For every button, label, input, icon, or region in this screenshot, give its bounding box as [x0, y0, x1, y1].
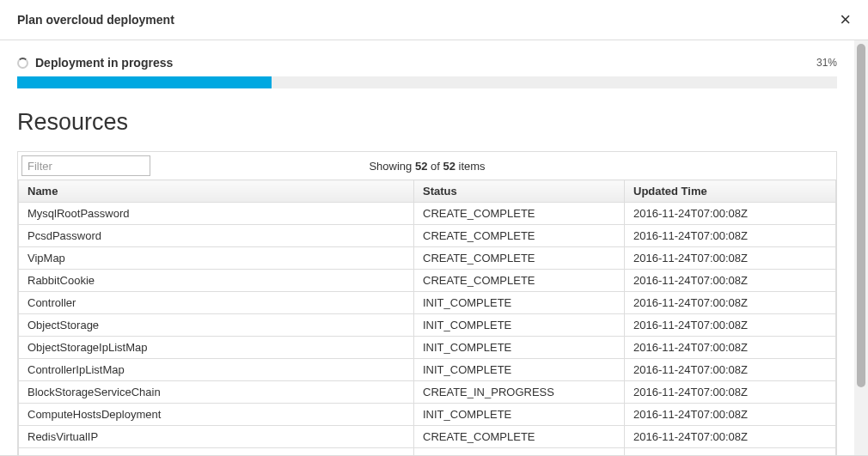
cell-status: INIT_COMPLETE [414, 404, 625, 426]
filter-row: Showing 52 of 52 items [18, 152, 836, 179]
cell-updated: 2016-11-24T07:00:08Z [625, 292, 836, 314]
deployment-percent: 31% [816, 57, 837, 69]
table-row: BlockStorageServiceChainCREATE_IN_PROGRE… [19, 381, 836, 404]
modal-body-wrap: Deployment in progress 31% Resources Sho… [0, 40, 868, 455]
count-of: of [427, 160, 443, 173]
cell-updated: 2016-11-24T07:00:08Z [625, 404, 836, 426]
cell-status: CREATE_COMPLETE [414, 448, 625, 456]
cell-updated: 2016-11-24T07:00:08Z [625, 270, 836, 292]
cell-name: RedisVirtualIP [19, 426, 414, 448]
progress-track [17, 76, 837, 88]
cell-status: CREATE_IN_PROGRESS [414, 381, 625, 404]
table-row: ComputeHostsDeploymentINIT_COMPLETE2016-… [19, 404, 836, 426]
table-row: ObjectStorageIpListMapINIT_COMPLETE2016-… [19, 337, 836, 359]
table-header-row: Name Status Updated Time [19, 180, 836, 203]
cell-status: CREATE_COMPLETE [414, 270, 625, 292]
cell-status: INIT_COMPLETE [414, 292, 625, 314]
deployment-status-left: Deployment in progress [17, 56, 173, 70]
cell-name: MysqlRootPassword [19, 203, 414, 225]
cell-status: CREATE_COMPLETE [414, 247, 625, 270]
table-row: RedisVirtualIPCREATE_COMPLETE2016-11-24T… [19, 426, 836, 448]
cell-name: BlockStorageServiceChain [19, 381, 414, 404]
cell-status: CREATE_COMPLETE [414, 426, 625, 448]
cell-status: CREATE_COMPLETE [414, 203, 625, 225]
cell-updated: 2016-11-24T07:00:08Z [625, 337, 836, 359]
resources-table: Name Status Updated Time MysqlRootPasswo… [18, 179, 836, 455]
cell-status: INIT_COMPLETE [414, 359, 625, 381]
cell-updated: 2016-11-24T07:00:08Z [625, 381, 836, 404]
modal-header: Plan overcloud deployment × [0, 0, 868, 40]
cell-updated: 2016-11-24T07:00:08Z [625, 448, 836, 456]
modal-title: Plan overcloud deployment [17, 13, 174, 27]
cell-updated: 2016-11-24T07:00:08Z [625, 426, 836, 448]
cell-status: INIT_COMPLETE [414, 337, 625, 359]
col-header-name[interactable]: Name [19, 180, 414, 203]
close-icon[interactable]: × [840, 10, 851, 29]
cell-name: RabbitCookie [19, 270, 414, 292]
table-row: VipMapCREATE_COMPLETE2016-11-24T07:00:08… [19, 247, 836, 270]
cell-status: CREATE_COMPLETE [414, 225, 625, 247]
cell-name: PcsdPassword [19, 225, 414, 247]
table-row: PcsdPasswordCREATE_COMPLETE2016-11-24T07… [19, 225, 836, 247]
result-count: Showing 52 of 52 items [369, 160, 485, 173]
cell-status: INIT_COMPLETE [414, 314, 625, 337]
col-header-status[interactable]: Status [414, 180, 625, 203]
progress-bar [17, 76, 272, 88]
count-prefix: Showing [369, 160, 414, 173]
cell-updated: 2016-11-24T07:00:08Z [625, 359, 836, 381]
table-row: StorageVirtualIPCREATE_COMPLETE2016-11-2… [19, 448, 836, 456]
col-header-updated[interactable]: Updated Time [625, 180, 836, 203]
cell-updated: 2016-11-24T07:00:08Z [625, 225, 836, 247]
cell-updated: 2016-11-24T07:00:08Z [625, 247, 836, 270]
scrollbar-track[interactable] [854, 40, 868, 455]
cell-name: VipMap [19, 247, 414, 270]
table-row: ControllerIpListMapINIT_COMPLETE2016-11-… [19, 359, 836, 381]
scrollbar-thumb[interactable] [857, 44, 865, 387]
cell-name: ComputeHostsDeployment [19, 404, 414, 426]
deployment-modal: Plan overcloud deployment × Deployment i… [0, 0, 868, 456]
count-suffix: items [455, 160, 486, 173]
spinner-icon [17, 58, 28, 69]
cell-updated: 2016-11-24T07:00:08Z [625, 314, 836, 337]
count-total: 52 [443, 160, 455, 173]
filter-input[interactable] [21, 155, 150, 176]
deployment-status-row: Deployment in progress 31% [17, 56, 837, 70]
deployment-status-text: Deployment in progress [35, 56, 173, 70]
table-row: MysqlRootPasswordCREATE_COMPLETE2016-11-… [19, 203, 836, 225]
modal-body: Deployment in progress 31% Resources Sho… [0, 40, 854, 455]
resources-title: Resources [17, 109, 837, 136]
cell-name: StorageVirtualIP [19, 448, 414, 456]
count-shown: 52 [415, 160, 427, 173]
table-row: ObjectStorageINIT_COMPLETE2016-11-24T07:… [19, 314, 836, 337]
cell-name: ObjectStorageIpListMap [19, 337, 414, 359]
cell-updated: 2016-11-24T07:00:08Z [625, 203, 836, 225]
table-row: RabbitCookieCREATE_COMPLETE2016-11-24T07… [19, 270, 836, 292]
cell-name: ControllerIpListMap [19, 359, 414, 381]
resources-table-wrap: Showing 52 of 52 items Name Status Updat… [17, 151, 837, 455]
table-body: MysqlRootPasswordCREATE_COMPLETE2016-11-… [19, 203, 836, 456]
table-row: ControllerINIT_COMPLETE2016-11-24T07:00:… [19, 292, 836, 314]
cell-name: ObjectStorage [19, 314, 414, 337]
cell-name: Controller [19, 292, 414, 314]
